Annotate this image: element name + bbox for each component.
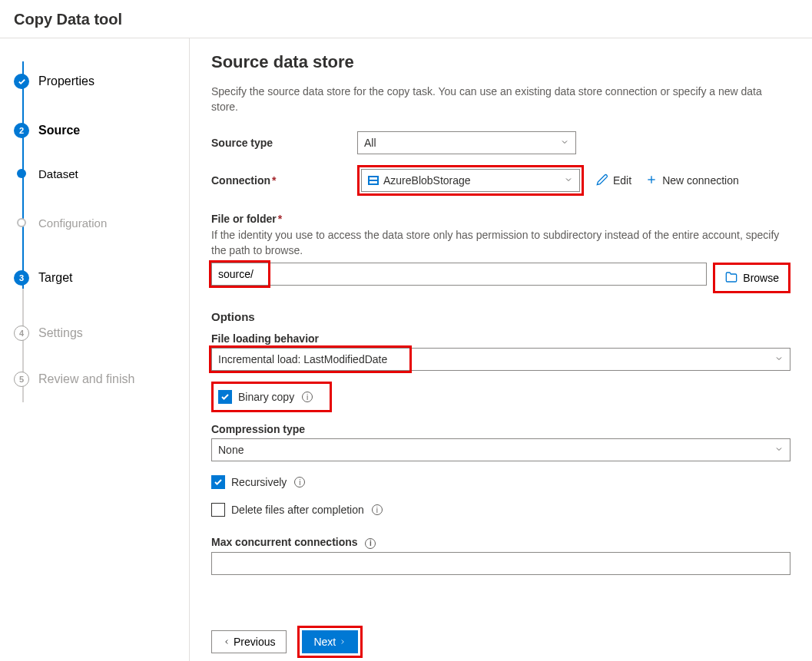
step-badge-current: 2 — [14, 123, 29, 138]
page-title: Source data store — [211, 52, 790, 72]
step-label: Settings — [38, 326, 83, 340]
compression-select[interactable]: None — [211, 438, 790, 461]
binary-copy-checkbox[interactable]: Binary copy i — [218, 390, 313, 404]
delete-after-checkbox[interactable]: Delete files after completion i — [211, 503, 383, 517]
step-target[interactable]: 3 Target — [14, 250, 189, 306]
new-connection-button[interactable]: New connection — [645, 174, 739, 188]
step-badge: 5 — [14, 372, 29, 387]
step-label: Properties — [38, 74, 94, 88]
pencil-icon — [596, 174, 608, 188]
previous-label: Previous — [234, 636, 275, 648]
file-loading-select[interactable]: Incremental load: LastModifiedDate — [211, 348, 790, 371]
recursively-checkbox[interactable]: Recursively i — [211, 475, 305, 489]
plus-icon — [645, 174, 658, 188]
folder-icon — [724, 271, 738, 286]
file-folder-label: File or folder* — [211, 213, 790, 225]
step-properties[interactable]: Properties — [14, 54, 189, 109]
step-label: Source — [38, 124, 80, 137]
next-label: Next — [313, 636, 336, 648]
check-icon — [14, 74, 29, 89]
page-description: Specify the source data store for the co… — [211, 84, 790, 114]
chevron-left-icon — [223, 636, 230, 648]
browse-button[interactable]: Browse — [717, 266, 787, 289]
chevron-down-icon — [774, 445, 784, 456]
compression-label: Compression type — [211, 423, 790, 435]
connection-select[interactable]: AzureBlobStorage — [361, 169, 580, 192]
substep-configuration: Configuration — [14, 195, 189, 250]
info-icon[interactable]: i — [365, 538, 376, 549]
file-loading-label: File loading behavior — [211, 332, 790, 345]
chevron-right-icon — [339, 636, 346, 648]
azure-blob-storage-icon — [368, 176, 379, 185]
select-value: AzureBlobStorage — [383, 174, 471, 187]
info-icon[interactable]: i — [302, 392, 313, 402]
chevron-down-icon — [560, 137, 569, 149]
wizard-steps-sidebar: Properties 2 Source Dataset Configuratio… — [0, 38, 189, 661]
browse-label: Browse — [743, 272, 779, 284]
select-value: All — [364, 137, 376, 149]
checkbox-unchecked-icon — [211, 503, 225, 517]
step-badge: 3 — [14, 270, 29, 286]
binary-copy-label: Binary copy — [238, 391, 294, 403]
select-value: Incremental load: LastModifiedDate — [218, 353, 387, 365]
max-conn-label: Max concurrent connections i — [211, 536, 790, 549]
source-type-select[interactable]: All — [357, 131, 576, 154]
step-review: 5 Review and finish — [14, 361, 189, 398]
substep-dataset[interactable]: Dataset — [14, 152, 189, 195]
chevron-down-icon — [774, 354, 784, 365]
next-button[interactable]: Next — [302, 630, 358, 653]
options-heading: Options — [211, 310, 790, 323]
checkbox-checked-icon — [218, 390, 232, 404]
recursively-label: Recursively — [231, 476, 287, 488]
header-title: Copy Data tool — [14, 11, 122, 28]
step-label: Review and finish — [38, 372, 134, 386]
delete-after-label: Delete files after completion — [231, 504, 364, 516]
step-badge: 4 — [14, 326, 29, 341]
svg-rect-1 — [370, 177, 377, 180]
svg-rect-0 — [368, 176, 379, 185]
max-conn-input[interactable] — [211, 552, 790, 575]
substep-dot — [17, 218, 26, 227]
substep-dot — [17, 169, 26, 178]
edit-label: Edit — [613, 174, 631, 187]
info-icon[interactable]: i — [372, 504, 383, 515]
connection-label: Connection* — [211, 174, 357, 187]
info-icon[interactable]: i — [294, 477, 305, 487]
file-folder-input[interactable] — [211, 263, 707, 286]
step-label: Target — [38, 271, 72, 285]
step-source[interactable]: 2 Source — [14, 109, 189, 152]
new-connection-label: New connection — [662, 174, 739, 187]
svg-rect-2 — [370, 181, 377, 183]
previous-button[interactable]: Previous — [211, 630, 287, 653]
chevron-down-icon — [564, 175, 573, 187]
step-label: Dataset — [38, 167, 78, 180]
source-type-label: Source type — [211, 137, 357, 149]
wizard-footer: Previous Next — [190, 620, 812, 661]
page-header: Copy Data tool — [0, 0, 812, 38]
select-value: None — [218, 444, 244, 456]
file-folder-help: If the identity you use to access the da… — [211, 228, 790, 258]
checkbox-checked-icon — [211, 475, 225, 489]
step-label: Configuration — [38, 216, 107, 230]
edit-connection-button[interactable]: Edit — [596, 174, 631, 188]
step-settings: 4 Settings — [14, 306, 189, 361]
